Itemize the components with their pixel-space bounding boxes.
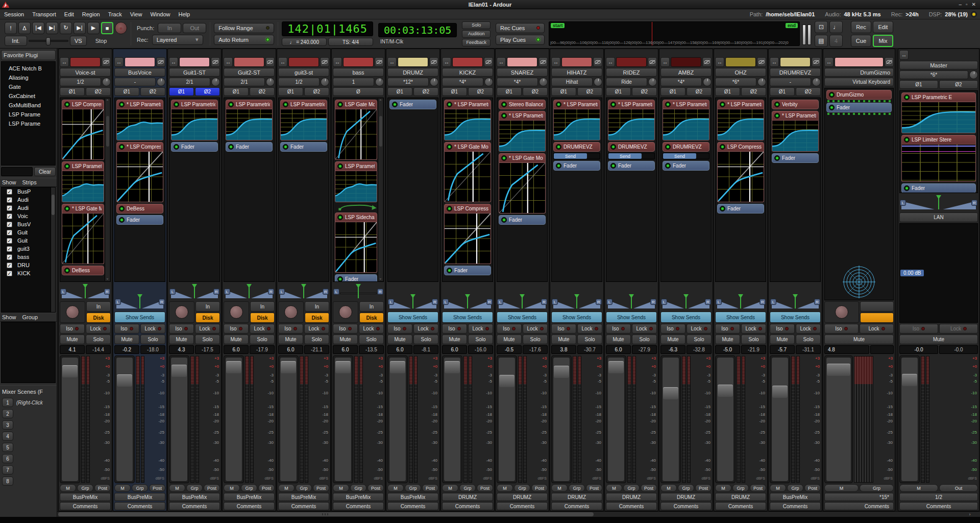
processor-active-led[interactable] bbox=[501, 217, 507, 223]
strip-input-button[interactable]: 1 bbox=[333, 78, 374, 86]
editor-page-button[interactable]: Edit bbox=[873, 21, 893, 33]
transport-go-end-button[interactable]: ▶| bbox=[46, 22, 58, 34]
solo-lock-button[interactable]: Lock bbox=[304, 324, 329, 334]
bottom-m-button[interactable]: M bbox=[715, 484, 731, 492]
monitor-disk-button[interactable]: Disk bbox=[305, 313, 329, 323]
solo-isolate-button[interactable]: Iso bbox=[497, 324, 522, 334]
strip-input-button[interactable]: 2/1 bbox=[224, 78, 265, 86]
processor-active-led[interactable] bbox=[904, 185, 910, 191]
peak-value[interactable]: -8.1 bbox=[413, 345, 438, 354]
mute-button[interactable]: Mute bbox=[715, 335, 740, 344]
error-log-button[interactable] bbox=[971, 11, 977, 17]
phase-invert-button-2[interactable]: Ø2 bbox=[195, 87, 220, 96]
pan-control[interactable]: LR bbox=[899, 195, 978, 211]
strips-list-row[interactable]: ✓Audi bbox=[2, 196, 55, 204]
monitor-disk-button[interactable]: Disk bbox=[86, 313, 111, 323]
strips-list-row[interactable]: ✓BusP bbox=[2, 187, 55, 196]
peak-value[interactable]: -16.0 bbox=[468, 345, 493, 354]
mute-button[interactable]: Mute bbox=[224, 335, 249, 344]
favorite-plugin-item[interactable]: Gate bbox=[9, 82, 55, 91]
peak-value[interactable]: -0.0 bbox=[939, 345, 978, 354]
bottom-m-button[interactable]: M bbox=[60, 484, 76, 492]
bottom-grp-button[interactable]: Grp bbox=[77, 484, 93, 492]
send-level-slider[interactable]: Send bbox=[663, 153, 709, 159]
send-level-slider[interactable]: Send bbox=[608, 153, 655, 159]
bottom-out-button[interactable]: Out bbox=[939, 484, 978, 492]
peak-value[interactable]: -18.0 bbox=[140, 345, 165, 354]
monitor-disk-button[interactable]: Disk bbox=[195, 313, 220, 323]
favorite-plugin-item[interactable]: Aliasing bbox=[9, 73, 55, 82]
solo-lock-button[interactable]: Lock bbox=[195, 324, 220, 334]
strip-name-button[interactable]: Guit1-ST bbox=[169, 68, 220, 77]
scroll-up-icon[interactable]: ⌃ bbox=[379, 99, 382, 104]
processor-box[interactable]: LSP Parametric ELSP Limiter StereFader bbox=[899, 90, 978, 193]
auto-return-button[interactable]: Auto Return bbox=[214, 35, 274, 45]
strips-list-row[interactable]: ✓bass bbox=[2, 253, 55, 261]
favorite-plugin-item[interactable]: LSP Parame bbox=[9, 110, 55, 119]
menu-edit[interactable]: Edit bbox=[60, 10, 78, 18]
favorite-plugin-item[interactable]: LSP Parame bbox=[9, 119, 55, 128]
processor-active-led[interactable] bbox=[774, 155, 780, 161]
processor-fader[interactable]: Fader bbox=[772, 153, 819, 163]
phase-invert-button-2[interactable]: Ø2 bbox=[939, 80, 978, 89]
processor-drumrevz[interactable]: DRUMREVZ bbox=[553, 142, 600, 152]
processor-active-led[interactable] bbox=[829, 92, 835, 98]
processor-fader[interactable]: Fader bbox=[499, 215, 546, 225]
processor-box[interactable]: * LSP ParametricDRUMREVZSendFader bbox=[551, 98, 602, 282]
phase-invert-button-1[interactable]: Ø1 bbox=[114, 87, 139, 96]
scroll-up-icon[interactable]: ⌃ bbox=[106, 99, 109, 104]
strip-visible-checkbox[interactable]: ✓ bbox=[7, 246, 12, 252]
gain-value[interactable]: 6.0 bbox=[333, 345, 358, 354]
gain-value[interactable]: -0.0 bbox=[899, 345, 938, 354]
primary-clock[interactable]: 142|01|1465 bbox=[282, 21, 373, 36]
hide-strip-icon[interactable] bbox=[812, 57, 821, 67]
peak-value[interactable]: -32.8 bbox=[687, 345, 712, 354]
solo-lock-button[interactable]: Lock bbox=[577, 324, 602, 334]
strip-width-toggle[interactable]: ↔ bbox=[715, 57, 724, 67]
end-marker[interactable]: end bbox=[786, 23, 798, 28]
gain-fader[interactable] bbox=[770, 355, 790, 483]
bottom-m-button[interactable]: M bbox=[660, 484, 677, 492]
hide-strip-icon[interactable] bbox=[320, 57, 329, 67]
strips-list-row[interactable]: ✓DRU bbox=[2, 261, 55, 269]
bottom-grp-button[interactable]: Grp bbox=[623, 484, 640, 492]
phase-invert-button-2[interactable]: Ø2 bbox=[304, 87, 329, 96]
comments-button[interactable]: Comments bbox=[333, 502, 384, 510]
pan-control[interactable]: LR bbox=[497, 294, 548, 311]
output-button[interactable]: BusPreMix bbox=[60, 493, 111, 501]
processor-box[interactable]: Stereo Balance (* LSP Parametric* LSP Ga… bbox=[497, 98, 548, 282]
bottom-m-button[interactable]: M bbox=[770, 484, 786, 492]
phase-invert-button-1[interactable]: Ø1 bbox=[606, 87, 631, 96]
gain-fader[interactable] bbox=[497, 355, 517, 483]
strip-visible-checkbox[interactable]: ✓ bbox=[7, 213, 12, 219]
mixer-scene-button-5[interactable]: 5 bbox=[2, 443, 13, 452]
phase-invert-button-1[interactable]: Ø1 bbox=[387, 87, 412, 96]
show-sends-button[interactable]: Show Sends bbox=[442, 312, 493, 323]
follow-range-button[interactable]: Follow Range bbox=[214, 23, 274, 33]
timesig-button[interactable]: TS: 4/4 bbox=[328, 38, 373, 46]
processor-active-led[interactable] bbox=[64, 163, 70, 169]
processor-active-led[interactable] bbox=[392, 102, 398, 107]
bottom-grp-button[interactable]: Grp bbox=[350, 484, 366, 492]
hide-strip-icon[interactable] bbox=[484, 57, 493, 67]
gain-fader[interactable] bbox=[899, 355, 920, 483]
menu-view[interactable]: View bbox=[126, 10, 146, 18]
strip-color-bar[interactable] bbox=[616, 57, 647, 67]
processor-lsp-paramet[interactable]: LSP Paramet bbox=[335, 161, 377, 171]
strip-color-bar[interactable] bbox=[671, 57, 701, 67]
bottom-m-button[interactable]: M bbox=[278, 484, 295, 492]
strip-input-button[interactable]: *4* bbox=[442, 78, 483, 86]
processor-lsp-sidechai[interactable]: LSP Sidechai bbox=[335, 212, 377, 222]
strip-name-button[interactable]: DrumGizmo bbox=[824, 68, 894, 77]
strip-input-button[interactable]: - bbox=[114, 78, 156, 86]
processor-active-led[interactable] bbox=[119, 206, 125, 211]
comments-button[interactable]: Comments bbox=[770, 502, 821, 510]
trim-knob[interactable] bbox=[430, 78, 438, 86]
comments-button[interactable]: Comments bbox=[899, 502, 978, 510]
processor-active-led[interactable] bbox=[610, 144, 616, 150]
mini-timeline[interactable]: start end |00—96|00|00—106|00|00—116|00|… bbox=[549, 21, 800, 46]
processor-active-led[interactable] bbox=[829, 105, 835, 110]
processor-active-led[interactable] bbox=[337, 102, 343, 107]
peak-value[interactable]: -27.9 bbox=[632, 345, 657, 354]
processor-lsp-parametric-e[interactable]: LSP Parametric E bbox=[226, 100, 273, 109]
